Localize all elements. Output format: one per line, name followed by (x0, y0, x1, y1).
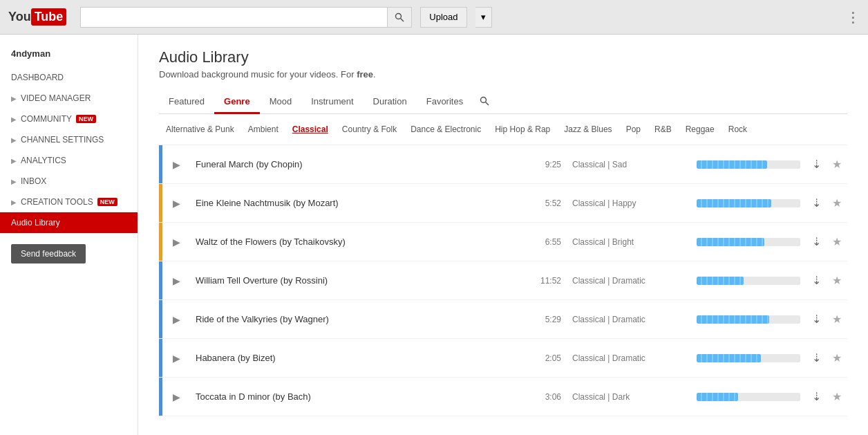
sidebar-username: 4ndyman (0, 40, 138, 67)
track-favorite-button[interactable]: ★ (827, 313, 847, 326)
track-favorite-button[interactable]: ★ (827, 235, 847, 248)
chevron-icon: ▶ (11, 178, 17, 185)
sidebar-item-creation-tools[interactable]: ▶ CREATION TOOLS NEW (0, 192, 138, 212)
genre-ambient[interactable]: Ambient (241, 121, 285, 138)
genre-country[interactable]: Country & Folk (335, 121, 404, 138)
sidebar-item-label: DASHBOARD (11, 73, 64, 82)
track-progress-bar (697, 277, 800, 285)
track-progress-fill (697, 393, 738, 401)
track-download-button[interactable]: ⇣ (806, 196, 827, 210)
track-favorite-button[interactable]: ★ (827, 158, 847, 171)
track-download-button[interactable]: ⇣ (806, 235, 827, 248)
genre-alternative[interactable]: Alternative & Punk (159, 121, 241, 138)
track-name: Habanera (by Bizet) (190, 353, 531, 363)
upload-dropdown-button[interactable]: ▾ (475, 7, 492, 28)
sidebar-item-community[interactable]: ▶ COMMUNITY NEW (0, 109, 138, 129)
new-badge: NEW (97, 198, 117, 206)
genre-rnb[interactable]: R&B (648, 121, 679, 138)
track-favorite-button[interactable]: ★ (827, 196, 847, 210)
track-play-button[interactable]: ▶ (162, 314, 190, 325)
chevron-icon: ▶ (11, 115, 17, 123)
track-row: ▶ Ride of the Valkyries (by Wagner) 5:29… (159, 300, 847, 339)
track-progress-fill (697, 160, 767, 169)
track-progress-fill (697, 277, 744, 285)
sidebar-item-video-manager[interactable]: ▶ VIDEO MANAGER (0, 88, 138, 109)
track-play-button[interactable]: ▶ (162, 391, 190, 402)
genre-hiphop[interactable]: Hip Hop & Rap (488, 121, 557, 138)
track-row: ▶ Waltz of the Flowers (by Tchaikovsky) … (159, 223, 847, 261)
track-download-button[interactable]: ⇣ (806, 390, 827, 403)
sidebar-item-inbox[interactable]: ▶ INBOX (0, 171, 138, 192)
track-row: ▶ Toccata in D minor (by Bach) 3:06 Clas… (159, 378, 847, 416)
track-progress-fill (697, 199, 771, 207)
chevron-icon: ▶ (11, 95, 17, 102)
search-button[interactable] (387, 7, 412, 28)
genre-dance[interactable]: Dance & Electronic (404, 121, 488, 138)
track-download-button[interactable]: ⇣ (806, 313, 827, 326)
track-duration: 11:52 (531, 276, 572, 286)
tab-featured[interactable]: Featured (159, 91, 214, 114)
track-play-button[interactable]: ▶ (162, 237, 190, 248)
track-download-button[interactable]: ⇣ (806, 158, 827, 171)
sidebar-item-label: ANALYTICS (21, 156, 66, 165)
track-mood: Classical | Dramatic (572, 315, 697, 324)
track-favorite-button[interactable]: ★ (827, 274, 847, 287)
track-progress-bar (697, 315, 800, 324)
track-favorite-button[interactable]: ★ (827, 390, 847, 403)
track-name: Ride of the Valkyries (by Wagner) (190, 314, 531, 324)
subtitle-post: . (373, 69, 376, 80)
topbar-menu-dots[interactable]: ⋮ (846, 9, 860, 26)
search-input[interactable] (80, 7, 387, 28)
track-download-button[interactable]: ⇣ (806, 274, 827, 287)
track-row: ▶ Habanera (by Bizet) 2:05 Classical | D… (159, 339, 847, 378)
genre-jazz[interactable]: Jazz & Blues (557, 121, 619, 138)
sidebar-item-label: CREATION TOOLS (21, 197, 93, 207)
track-progress-fill (697, 238, 764, 246)
upload-button[interactable]: Upload (420, 7, 466, 28)
track-progress-bar (697, 238, 800, 246)
track-favorite-button[interactable]: ★ (827, 351, 847, 364)
track-play-button[interactable]: ▶ (162, 353, 190, 364)
sidebar-item-audio-library[interactable]: Audio Library (0, 212, 138, 233)
page-subtitle: Download background music for your video… (159, 69, 847, 80)
sidebar: 4ndyman DASHBOARD ▶ VIDEO MANAGER ▶ COMM… (0, 35, 138, 435)
new-badge: NEW (76, 115, 96, 123)
youtube-logo: YouTube (8, 8, 66, 26)
sidebar-item-analytics[interactable]: ▶ ANALYTICS (0, 150, 138, 171)
genre-rock[interactable]: Rock (721, 121, 754, 138)
track-play-button[interactable]: ▶ (162, 159, 190, 170)
tab-favorites[interactable]: Favorites (417, 91, 473, 114)
track-progress-fill (697, 354, 761, 362)
track-row: ▶ Eine Kleine Nachtmusik (by Mozart) 5:5… (159, 184, 847, 223)
sidebar-item-label: CHANNEL SETTINGS (21, 135, 104, 145)
sidebar-item-channel-settings[interactable]: ▶ CHANNEL SETTINGS (0, 129, 138, 150)
page-title: Audio Library (159, 48, 847, 66)
tab-duration[interactable]: Duration (364, 91, 417, 114)
genre-pop[interactable]: Pop (619, 121, 648, 138)
track-download-button[interactable]: ⇣ (806, 351, 827, 364)
tab-genre[interactable]: Genre (214, 91, 260, 114)
send-feedback-button[interactable]: Send feedback (11, 244, 86, 263)
topbar: YouTube Upload ▾ ⋮ (0, 0, 868, 35)
track-progress-bar (697, 199, 800, 207)
tab-instrument[interactable]: Instrument (301, 91, 363, 114)
tab-search-icon[interactable] (473, 91, 496, 113)
track-name: Waltz of the Flowers (by Tchaikovsky) (190, 237, 531, 247)
track-mood: Classical | Happy (572, 198, 697, 208)
tab-mood[interactable]: Mood (260, 91, 302, 114)
track-progress-bar (697, 160, 800, 169)
sidebar-item-dashboard[interactable]: DASHBOARD (0, 67, 138, 88)
track-play-button[interactable]: ▶ (162, 275, 190, 286)
track-list: ▶ Funeral March (by Chopin) 9:25 Classic… (159, 145, 847, 416)
track-name: Funeral March (by Chopin) (190, 159, 531, 169)
track-row: ▶ William Tell Overture (by Rossini) 11:… (159, 261, 847, 300)
main-inner: Audio Library Download background music … (138, 35, 868, 430)
track-duration: 2:05 (531, 353, 572, 363)
track-mood: Classical | Bright (572, 237, 697, 247)
track-duration: 3:06 (531, 392, 572, 402)
sidebar-item-label: VIDEO MANAGER (21, 93, 91, 103)
logo-you: You (8, 10, 31, 24)
genre-reggae[interactable]: Reggae (679, 121, 721, 138)
genre-classical[interactable]: Classical (285, 121, 335, 138)
track-play-button[interactable]: ▶ (162, 198, 190, 209)
